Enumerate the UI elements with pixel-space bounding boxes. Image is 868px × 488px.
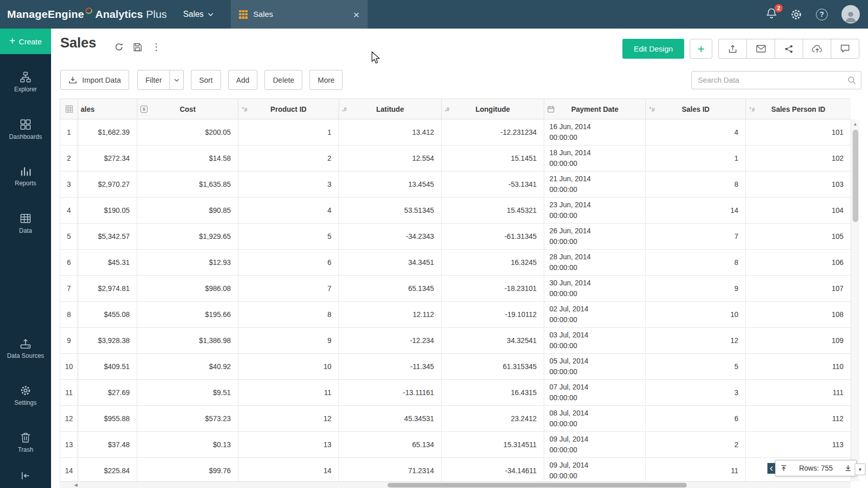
cell-cost[interactable]: $40.92 xyxy=(137,354,238,380)
cell-cost[interactable]: $14.58 xyxy=(137,145,238,172)
cell-sales_person_id[interactable]: 108 xyxy=(746,302,851,328)
cell-cost[interactable]: $573.23 xyxy=(137,406,238,432)
row-number-cell[interactable]: 14 xyxy=(60,458,78,482)
row-number-cell[interactable]: 10 xyxy=(60,354,78,380)
cell-product_id[interactable]: 9 xyxy=(238,328,339,354)
row-number-cell[interactable]: 4 xyxy=(60,198,78,224)
cell-product_id[interactable]: 12 xyxy=(238,406,339,432)
row-number-cell[interactable]: 9 xyxy=(60,328,78,354)
cell-sales[interactable]: $190.05 xyxy=(78,198,137,224)
cell-payment_date[interactable]: 09 Jul, 201400:00:00 xyxy=(544,432,646,458)
cell-product_id[interactable]: 11 xyxy=(238,380,339,406)
cell-payment_date[interactable]: 05 Jul, 201400:00:00 xyxy=(544,354,646,380)
cell-sales[interactable]: $45.31 xyxy=(78,250,137,276)
notifications-button[interactable]: 2 xyxy=(766,8,777,21)
cell-latitude[interactable]: 34.3451 xyxy=(339,250,442,276)
cell-sales_id[interactable]: 12 xyxy=(646,328,746,354)
column-header-sales[interactable]: ales xyxy=(78,99,137,119)
cell-product_id[interactable]: 1 xyxy=(238,119,339,145)
cell-sales_id[interactable]: 8 xyxy=(646,172,746,198)
edit-design-button[interactable]: Edit Design xyxy=(622,39,684,59)
cell-sales_person_id[interactable]: 107 xyxy=(746,276,851,302)
vertical-scrollbar-thumb[interactable] xyxy=(853,130,858,222)
scroll-up-icon[interactable]: ▲ xyxy=(851,119,859,127)
cell-product_id[interactable]: 6 xyxy=(238,250,339,276)
cell-latitude[interactable]: -11.345 xyxy=(339,354,442,380)
cell-longitude[interactable]: -19.10112 xyxy=(442,302,544,328)
settings-gear-button[interactable] xyxy=(790,9,802,20)
search-input[interactable] xyxy=(691,71,861,89)
cell-sales_person_id[interactable]: 105 xyxy=(746,224,851,250)
row-number-cell[interactable]: 8 xyxy=(60,302,78,328)
cell-longitude[interactable]: 34.32541 xyxy=(442,328,544,354)
cell-product_id[interactable]: 7 xyxy=(238,276,339,302)
cell-payment_date[interactable]: 07 Jul, 201400:00:00 xyxy=(544,380,646,406)
cell-sales[interactable]: $272.34 xyxy=(78,145,137,172)
cell-cost[interactable]: $195.66 xyxy=(137,302,238,328)
cell-sales_person_id[interactable]: 109 xyxy=(746,328,851,354)
scroll-left-icon[interactable]: ◀ xyxy=(74,482,78,487)
filter-dropdown-button[interactable] xyxy=(170,70,184,90)
cell-product_id[interactable]: 2 xyxy=(238,145,339,172)
sidebar-item-reports[interactable]: Reports xyxy=(0,165,51,187)
cell-sales_id[interactable]: 6 xyxy=(646,406,746,432)
sidebar-item-dashboards[interactable]: Dashboards xyxy=(0,119,51,140)
cell-product_id[interactable]: 4 xyxy=(238,198,339,224)
cell-longitude[interactable]: 16.3245 xyxy=(442,250,544,276)
cell-sales_person_id[interactable]: 104 xyxy=(746,198,851,224)
column-header-cost[interactable]: $Cost xyxy=(137,99,238,119)
search-icon[interactable] xyxy=(847,76,856,85)
cell-payment_date[interactable]: 03 Jul, 201400:00:00 xyxy=(544,328,646,354)
cell-longitude[interactable]: 61.315345 xyxy=(442,354,544,380)
cell-sales[interactable]: $2,970.27 xyxy=(78,172,137,198)
cell-payment_date[interactable]: 30 Jun, 201400:00:00 xyxy=(544,276,646,302)
cell-latitude[interactable]: 65.1345 xyxy=(339,276,442,302)
cell-longitude[interactable]: -12.231234 xyxy=(442,119,544,145)
cell-latitude[interactable]: -13.11161 xyxy=(339,380,442,406)
cell-cost[interactable]: $986.08 xyxy=(137,276,238,302)
horizontal-scrollbar-thumb[interactable] xyxy=(388,483,687,487)
column-header-sales_person_id[interactable]: +#Sales Person ID xyxy=(746,99,851,119)
brand-logo[interactable]: ManageEngine Analytics Plus xyxy=(7,8,167,20)
scroll-to-bottom-button[interactable] xyxy=(845,465,852,472)
cell-sales[interactable]: $455.08 xyxy=(78,302,137,328)
cell-cost[interactable]: $1,635.85 xyxy=(137,172,238,198)
column-header-sales_id[interactable]: +#Sales ID xyxy=(646,99,746,119)
vertical-scrollbar[interactable]: ▲ xyxy=(851,119,859,481)
email-button[interactable] xyxy=(746,39,775,59)
add-button[interactable]: Add xyxy=(228,70,258,90)
cell-longitude[interactable]: -53.1341 xyxy=(442,172,544,198)
cell-sales_person_id[interactable]: 110 xyxy=(746,354,851,380)
more-button[interactable]: More xyxy=(309,70,343,90)
sidebar-item-settings[interactable]: Settings xyxy=(0,385,51,406)
column-header-rownum[interactable] xyxy=(60,99,78,119)
workspace-selector[interactable]: Sales xyxy=(183,10,213,19)
column-header-product_id[interactable]: +#Product ID xyxy=(238,99,339,119)
cell-sales_id[interactable]: 14 xyxy=(646,198,746,224)
cell-sales[interactable]: $27.69 xyxy=(78,380,137,406)
scroll-to-top-button[interactable] xyxy=(780,465,787,472)
cell-sales[interactable]: $955.88 xyxy=(78,406,137,432)
cell-latitude[interactable]: 65.134 xyxy=(339,432,442,458)
row-number-cell[interactable]: 7 xyxy=(60,276,78,302)
cell-sales_id[interactable]: 2 xyxy=(646,432,746,458)
upload-button[interactable] xyxy=(803,39,831,59)
cell-payment_date[interactable]: 26 Jun, 201400:00:00 xyxy=(544,224,646,250)
cell-payment_date[interactable]: 18 Jun, 201400:00:00 xyxy=(544,145,646,172)
cell-sales_person_id[interactable]: 112 xyxy=(746,406,851,432)
sort-button[interactable]: Sort xyxy=(191,70,221,90)
comment-button[interactable] xyxy=(831,39,859,59)
avatar[interactable] xyxy=(841,5,860,23)
share-button[interactable] xyxy=(775,39,803,59)
cell-longitude[interactable]: 15.1451 xyxy=(442,145,544,172)
sidebar-item-data-sources[interactable]: Data Sources xyxy=(0,338,51,359)
row-number-cell[interactable]: 5 xyxy=(60,224,78,250)
cell-latitude[interactable]: 45.34531 xyxy=(339,406,442,432)
cell-sales[interactable]: $1,682.39 xyxy=(78,119,137,145)
cell-cost[interactable]: $1,386.98 xyxy=(137,328,238,354)
horizontal-scrollbar[interactable]: ◀ xyxy=(60,481,851,488)
cell-cost[interactable]: $1,929.65 xyxy=(137,224,238,250)
cell-sales_id[interactable]: 8 xyxy=(646,250,746,276)
cell-sales_id[interactable]: 5 xyxy=(646,354,746,380)
cell-longitude[interactable]: -61.31345 xyxy=(442,224,544,250)
